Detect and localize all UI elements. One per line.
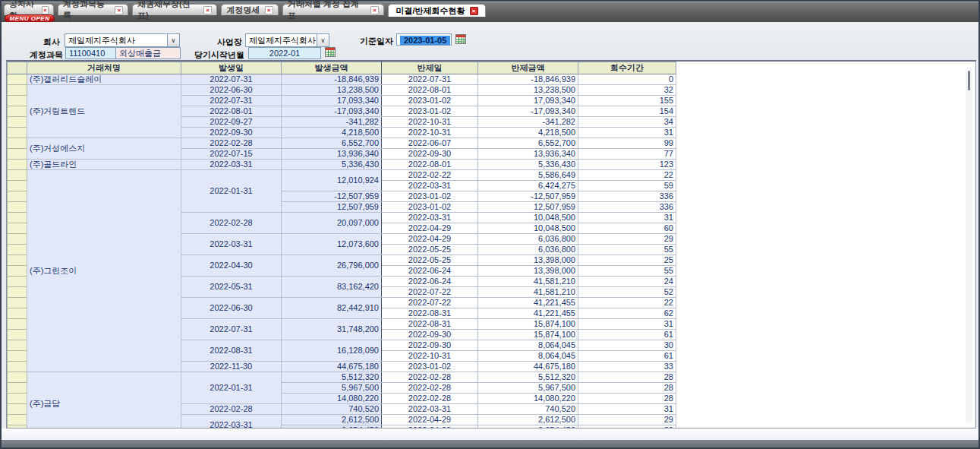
tab-4[interactable]: 거래처별 계정 집계표× <box>282 4 384 15</box>
settle-date-cell[interactable]: 2022-07-31 <box>382 74 478 85</box>
account-name-input[interactable]: 외상매출금 <box>115 47 181 59</box>
settle-date-cell[interactable]: 2023-01-02 <box>382 202 478 213</box>
calendar-icon[interactable] <box>455 34 466 44</box>
settle-amount-cell[interactable]: 13,398,000 <box>478 255 578 266</box>
account-code-input[interactable]: 11100410 <box>65 47 116 59</box>
settle-amount-cell[interactable]: 2,612,500 <box>478 415 578 425</box>
settle-date-cell[interactable]: 2023-01-02 <box>382 362 478 372</box>
row-selector-cell[interactable] <box>8 191 27 202</box>
occur-date-cell[interactable]: 2022-04-30 <box>181 255 282 277</box>
settle-date-cell[interactable]: 2022-05-25 <box>382 245 478 255</box>
settle-amount-cell[interactable]: 8,064,045 <box>478 340 578 351</box>
row-selector-cell[interactable] <box>8 74 27 85</box>
settle-amount-cell[interactable]: 13,238,500 <box>478 85 578 96</box>
customer-cell[interactable]: (주)거림트렌드 <box>27 85 181 138</box>
collection-days-cell[interactable]: 55 <box>578 245 676 255</box>
tab-1[interactable]: 계정과목등록× <box>58 4 128 15</box>
collection-days-cell[interactable]: 155 <box>578 96 676 106</box>
settle-amount-cell[interactable]: 44,675,180 <box>478 362 578 372</box>
settle-date-cell[interactable]: 2022-02-28 <box>382 394 478 404</box>
table-row[interactable]: (주)골드라인2022-03-315,336,4302022-08-015,33… <box>8 160 676 170</box>
settle-amount-cell[interactable]: 5,512,320 <box>478 372 578 383</box>
collection-days-cell[interactable]: 24 <box>578 277 676 287</box>
collection-days-cell[interactable]: 22 <box>578 298 676 308</box>
settle-amount-cell[interactable]: 5,336,430 <box>478 160 578 170</box>
collection-days-cell[interactable]: 55 <box>578 266 676 277</box>
collection-days-cell[interactable]: 59 <box>578 181 676 191</box>
tab-close-icon[interactable]: × <box>203 6 212 14</box>
collection-days-cell[interactable]: 0 <box>578 74 676 85</box>
collection-days-cell[interactable]: 60 <box>578 223 676 234</box>
collection-days-cell[interactable]: 32 <box>578 85 676 96</box>
row-selector-cell[interactable] <box>8 266 27 277</box>
occur-amount-cell[interactable]: -18,846,939 <box>282 74 382 85</box>
settle-date-cell[interactable]: 2022-02-28 <box>382 383 478 394</box>
collection-days-cell[interactable]: 31 <box>578 404 676 415</box>
tab-close-icon[interactable]: × <box>470 7 478 15</box>
collection-days-cell[interactable]: 52 <box>578 287 676 298</box>
settle-amount-cell[interactable]: 41,221,455 <box>478 298 578 308</box>
period-start-input[interactable]: 2022-01 <box>248 47 321 59</box>
occur-amount-cell[interactable]: 44,675,180 <box>282 362 382 372</box>
row-selector-cell[interactable] <box>8 351 27 362</box>
settle-date-cell[interactable]: 2022-09-30 <box>382 149 478 160</box>
row-selector-cell[interactable] <box>8 149 27 160</box>
occur-amount-cell[interactable]: 83,162,420 <box>282 277 382 298</box>
settle-date-cell[interactable]: 2022-03-31 <box>382 404 478 415</box>
settle-date-cell[interactable]: 2022-02-28 <box>382 372 478 383</box>
collection-days-cell[interactable]: 28 <box>578 394 676 404</box>
occur-amount-cell[interactable]: 12,073,600 <box>282 234 382 255</box>
row-selector-cell[interactable] <box>8 96 27 106</box>
occur-amount-cell[interactable]: 17,093,340 <box>282 96 382 106</box>
row-selector-cell[interactable] <box>8 415 27 425</box>
settle-amount-cell[interactable]: 15,874,100 <box>478 330 578 340</box>
collection-days-cell[interactable]: 154 <box>578 106 676 117</box>
occur-amount-cell[interactable]: -341,282 <box>282 117 382 128</box>
settle-amount-cell[interactable]: 6,424,275 <box>478 181 578 191</box>
settle-amount-cell[interactable]: -12,507,959 <box>478 191 578 202</box>
settle-date-cell[interactable]: 2022-04-29 <box>382 415 478 425</box>
occur-date-cell[interactable]: 2022-09-27 <box>181 117 282 128</box>
table-row[interactable]: (주)거림트렌드2022-06-3013,238,5002022-08-0113… <box>8 85 676 96</box>
occur-date-cell[interactable]: 2022-01-31 <box>181 372 282 404</box>
customer-cell[interactable]: (주)골드라인 <box>27 160 181 170</box>
settle-amount-cell[interactable]: 41,581,210 <box>478 287 578 298</box>
occur-amount-cell[interactable]: 14,080,220 <box>282 394 382 404</box>
settle-date-cell[interactable]: 2022-06-07 <box>382 138 478 149</box>
scrollbar-thumb[interactable] <box>968 71 970 90</box>
settle-date-cell[interactable]: 2022-07-22 <box>382 287 478 298</box>
settle-date-cell[interactable]: 2022-05-25 <box>382 255 478 266</box>
settle-date-cell[interactable]: 2022-10-31 <box>382 117 478 128</box>
occur-amount-cell[interactable]: 20,097,000 <box>282 213 382 234</box>
table-row[interactable]: (주)금담2022-01-315,512,3202022-02-285,512,… <box>8 372 676 383</box>
collection-days-cell[interactable]: 31 <box>578 319 676 330</box>
table-row[interactable]: (주)갤러리드슬레이2022-07-31-18,846,9392022-07-3… <box>8 74 676 85</box>
base-date-input[interactable]: 2023-01-05 <box>396 33 452 46</box>
tab-close-icon[interactable]: × <box>115 6 123 14</box>
collection-days-cell[interactable]: 62 <box>578 308 676 319</box>
row-selector-cell[interactable] <box>8 298 27 308</box>
row-selector-cell[interactable] <box>8 394 27 404</box>
row-selector-cell[interactable] <box>8 340 27 351</box>
occur-amount-cell[interactable]: 5,967,500 <box>282 383 382 394</box>
settle-date-cell[interactable]: 2022-02-22 <box>382 170 478 181</box>
collection-days-cell[interactable]: 28 <box>578 383 676 394</box>
settle-date-cell[interactable]: 2022-10-31 <box>382 351 478 362</box>
row-selector-cell[interactable] <box>8 106 27 117</box>
occur-date-cell[interactable]: 2022-03-31 <box>181 160 282 170</box>
settle-amount-cell[interactable]: 15,874,100 <box>478 319 578 330</box>
settle-amount-cell[interactable]: 5,586,649 <box>478 170 578 181</box>
occur-amount-cell[interactable]: 26,796,000 <box>282 255 382 277</box>
settle-amount-cell[interactable]: 10,048,500 <box>478 223 578 234</box>
tab-3[interactable]: 계정명세× <box>221 4 279 15</box>
occur-date-cell[interactable]: 2022-02-28 <box>181 138 282 149</box>
dropdown-arrow-icon[interactable]: ∨ <box>317 34 329 46</box>
table-row[interactable]: (주)거성에스지2022-02-286,552,7002022-06-076,5… <box>8 138 676 149</box>
settle-amount-cell[interactable]: 5,967,500 <box>478 383 578 394</box>
settle-date-cell[interactable]: 2022-04-29 <box>382 223 478 234</box>
settle-amount-cell[interactable]: 6,036,800 <box>478 234 578 245</box>
collection-days-cell[interactable]: 31 <box>578 213 676 223</box>
row-selector-cell[interactable] <box>8 117 27 128</box>
occur-amount-cell[interactable]: 16,128,090 <box>282 340 382 362</box>
settle-date-cell[interactable]: 2022-08-31 <box>382 319 478 330</box>
